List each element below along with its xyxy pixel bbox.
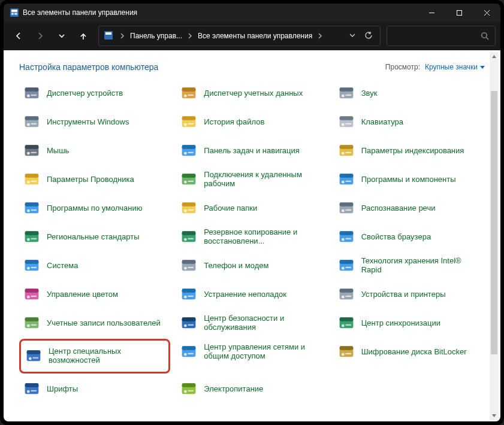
chevron-right-icon	[118, 32, 126, 40]
control-panel-item[interactable]: История файлов	[176, 109, 327, 135]
control-panel-item[interactable]: Региональные стандарты	[19, 224, 170, 250]
chevron-down-icon	[480, 65, 485, 69]
control-panel-icon	[10, 8, 19, 17]
control-panel-item[interactable]: Клавиатура	[334, 109, 485, 135]
svg-point-48	[342, 152, 345, 155]
close-button[interactable]	[473, 4, 500, 22]
item-label: Звук	[361, 89, 378, 98]
content-pane: Настройка параметров компьютера Просмотр…	[4, 50, 500, 421]
control-panel-item[interactable]: Программы по умолчанию	[19, 195, 170, 221]
svg-point-140	[184, 390, 187, 393]
svg-rect-27	[25, 116, 39, 120]
svg-rect-85	[345, 238, 351, 239]
control-panel-item[interactable]: Система	[19, 253, 170, 279]
item-label: Телефон и модем	[204, 262, 268, 271]
control-panel-item[interactable]: Шифрование диска BitLocker	[334, 339, 485, 365]
svg-rect-125	[32, 357, 38, 359]
svg-point-100	[27, 296, 30, 299]
svg-rect-91	[182, 260, 196, 264]
control-panel-item[interactable]: Инструменты Windows	[19, 109, 170, 135]
item-label: Подключения к удаленным рабочим	[204, 171, 325, 189]
item-label: Центр управления сетями и общим доступом	[204, 343, 325, 361]
svg-point-60	[342, 181, 345, 184]
window-title: Все элементы панели управления	[23, 8, 137, 17]
control-panel-item[interactable]: Программы и компоненты	[334, 166, 485, 193]
svg-point-11	[482, 33, 487, 38]
search-icon	[481, 32, 489, 40]
breadcrumb-segment[interactable]: Панель управ...	[130, 32, 182, 40]
control-panel-item[interactable]: Учетные записи пользователей	[19, 310, 170, 336]
svg-rect-123	[27, 350, 41, 354]
address-bar[interactable]: Панель управ... Все элементы панели упра…	[98, 26, 381, 46]
control-panel-item[interactable]: Рабочие папки	[176, 195, 327, 221]
control-panel-item[interactable]: Свойства браузера	[334, 224, 485, 250]
scroll-thumb[interactable]	[491, 91, 497, 354]
svg-rect-39	[25, 145, 39, 149]
back-button[interactable]	[8, 26, 29, 46]
svg-point-104	[184, 296, 187, 299]
navigation-toolbar: Панель управ... Все элементы панели упра…	[4, 22, 500, 50]
item-icon	[179, 256, 199, 276]
minimize-button[interactable]	[418, 4, 445, 22]
svg-rect-10	[105, 32, 111, 35]
item-icon	[336, 83, 357, 104]
control-panel-item[interactable]: Шрифты	[19, 376, 170, 402]
up-button[interactable]	[73, 26, 93, 46]
svg-rect-63	[25, 202, 39, 207]
svg-point-24	[342, 95, 345, 98]
scroll-down-button[interactable]	[490, 411, 499, 420]
breadcrumb-segment[interactable]: Все элементы панели управления	[198, 32, 312, 40]
control-panel-item[interactable]: Диспетчер учетных данных	[176, 80, 327, 107]
refresh-button[interactable]	[364, 31, 373, 41]
maximize-button[interactable]	[445, 4, 473, 22]
control-panel-item[interactable]: Центр безопасности и обслуживания	[176, 310, 327, 336]
control-panel-item[interactable]: Технология хранения Intel® Rapid	[334, 253, 485, 279]
control-panel-item[interactable]: Параметры Проводника	[19, 166, 170, 193]
control-panel-item[interactable]: Подключения к удаленным рабочим	[176, 166, 327, 193]
control-panel-item[interactable]: Центр специальных возможностей	[19, 339, 170, 374]
item-label: Шрифты	[47, 385, 78, 394]
svg-point-72	[342, 210, 345, 212]
control-panel-item[interactable]: Устранение неполадок	[176, 281, 327, 308]
svg-rect-97	[345, 267, 351, 268]
control-panel-item[interactable]: Панель задач и навигация	[176, 138, 327, 164]
item-icon	[22, 112, 42, 132]
control-panel-item[interactable]: Центр синхронизации	[334, 310, 485, 336]
svg-point-44	[184, 152, 187, 155]
control-panel-item[interactable]: Мышь	[19, 138, 170, 164]
scroll-up-button[interactable]	[490, 51, 499, 61]
item-label: Клавиатура	[361, 118, 403, 127]
svg-rect-115	[182, 317, 196, 321]
svg-rect-61	[345, 181, 351, 182]
control-panel-item[interactable]: Параметры индексирования	[334, 138, 485, 164]
recent-locations-button[interactable]	[52, 26, 72, 46]
svg-rect-31	[182, 116, 196, 120]
svg-point-36	[342, 123, 345, 126]
svg-rect-23	[339, 87, 353, 92]
item-label: Технология хранения Intel® Rapid	[361, 257, 482, 275]
control-panel-item[interactable]: Резервное копирование и восстановлени...	[176, 224, 327, 250]
control-panel-item[interactable]: Телефон и модем	[176, 253, 327, 279]
address-dropdown-button[interactable]	[349, 32, 356, 41]
control-panel-item[interactable]: Звук	[334, 80, 485, 107]
svg-rect-37	[345, 123, 351, 125]
control-panel-item[interactable]: Электропитание	[176, 376, 327, 402]
svg-point-52	[27, 181, 30, 184]
item-label: Шифрование диска BitLocker	[361, 348, 467, 357]
forward-button[interactable]	[30, 26, 50, 46]
vertical-scrollbar[interactable]	[490, 51, 499, 420]
view-selector[interactable]: Просмотр: Крупные значки	[385, 63, 485, 71]
control-panel-item[interactable]: Управление цветом	[19, 281, 170, 308]
svg-rect-71	[339, 202, 353, 207]
control-panel-item[interactable]: Центр управления сетями и общим доступом	[176, 339, 327, 365]
control-panel-icon	[104, 31, 113, 42]
control-panel-grid: Диспетчер устройств Диспетчер учетных да…	[19, 80, 485, 402]
svg-point-84	[342, 238, 345, 241]
search-box[interactable]	[387, 26, 496, 46]
control-panel-item[interactable]: Диспетчер устройств	[19, 80, 170, 107]
control-panel-item[interactable]: Устройства и принтеры	[334, 281, 485, 308]
svg-rect-121	[345, 324, 351, 326]
item-label: Диспетчер учетных данных	[204, 89, 303, 98]
control-panel-item[interactable]: Распознавание речи	[334, 195, 485, 221]
svg-rect-59	[339, 174, 353, 178]
